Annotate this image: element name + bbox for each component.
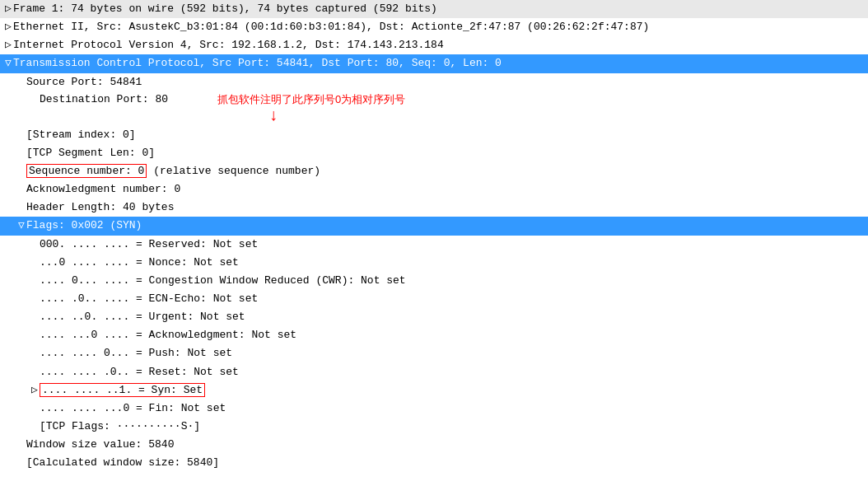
expander-push — [30, 345, 40, 362]
row-text-reserved: 000. .... .... = Reserved: Not set — [40, 238, 258, 250]
expander-src-port — [16, 74, 26, 91]
dst-port-text: Destination Port: 80 — [40, 93, 168, 105]
packet-tree: ▷ Frame 1: 74 bytes on wire (592 bits), … — [0, 0, 868, 472]
expander-tcp-seg-len — [16, 145, 26, 161]
packet-row-src-port[interactable]: Source Port: 54841 — [0, 73, 868, 91]
row-text-nonce: ...0 .... .... = Nonce: Not set — [40, 256, 239, 269]
expander-reset — [30, 364, 40, 381]
row-text-push: .... .... 0... = Push: Not set — [40, 347, 232, 359]
expander-tcp-flags — [30, 418, 40, 435]
packet-row-reserved[interactable]: 000. .... .... = Reserved: Not set — [0, 236, 868, 254]
packet-row-cwr[interactable]: .... 0... .... = Congestion Window Reduc… — [0, 272, 868, 290]
expander-stream-index — [16, 127, 26, 143]
row-text-ethernet: Ethernet II, Src: AsustekC_b3:01:84 (00:… — [13, 21, 649, 33]
dst-port-row-wrapper: Destination Port: 80抓包软件注明了此序列号0为相对序列号 — [0, 91, 868, 108]
row-text-ip: Internet Protocol Version 4, Src: 192.16… — [13, 39, 444, 51]
row-text-stream-index: [Stream index: 0] — [26, 129, 136, 141]
packet-row-ip[interactable]: ▷ Internet Protocol Version 4, Src: 192.… — [0, 36, 868, 54]
packet-row-calc-win[interactable]: [Calculated window size: 5840] — [0, 454, 868, 472]
expander-flags[interactable]: ▽ — [16, 217, 26, 234]
expander-reserved — [30, 236, 40, 253]
row-text-flags: Flags: 0x002 (SYN) — [26, 219, 142, 231]
expander-cwr — [30, 273, 40, 289]
expander-seq-num — [16, 163, 26, 180]
row-text-urgent: .... ..0. .... = Urgent: Not set — [40, 311, 245, 323]
expander-ack — [30, 327, 40, 343]
packet-row-ethernet[interactable]: ▷ Ethernet II, Src: AsustekC_b3:01:84 (0… — [0, 18, 868, 36]
expander-header-len — [16, 199, 26, 216]
expander-fin — [30, 400, 40, 417]
row-text-ack: .... ...0 .... = Acknowledgment: Not set — [40, 329, 296, 341]
packet-row-seq-num[interactable]: Sequence number: 0 (relative sequence nu… — [0, 162, 868, 180]
packet-row-ack[interactable]: .... ...0 .... = Acknowledgment: Not set — [0, 326, 868, 344]
packet-row-header-len[interactable]: Header Length: 40 bytes — [0, 199, 868, 217]
row-text-cwr: .... 0... .... = Congestion Window Reduc… — [40, 274, 406, 287]
packet-row-win-size[interactable]: Window size value: 5840 — [0, 436, 868, 454]
packet-row-stream-index[interactable]: [Stream index: 0] — [0, 126, 868, 144]
expander-ecn — [30, 291, 40, 307]
expander-calc-win — [16, 455, 26, 471]
expander-dst-port — [30, 93, 40, 105]
expander-ack-num — [16, 181, 26, 198]
expander-ip[interactable]: ▷ — [3, 37, 13, 54]
annotation-text: 抓包软件注明了此序列号0为相对序列号 — [217, 92, 405, 107]
row-text-ecn: .... .0.. .... = ECN-Echo: Not set — [40, 292, 258, 305]
row-text-calc-win: [Calculated window size: 5840] — [26, 456, 219, 469]
packet-row-tcp[interactable]: ▽ Transmission Control Protocol, Src Por… — [0, 54, 868, 72]
row-text-src-port: Source Port: 54841 — [26, 76, 142, 88]
row-text-header-len: Header Length: 40 bytes — [26, 201, 174, 213]
row-text-reset: .... .... .0.. = Reset: Not set — [40, 366, 239, 378]
expander-tcp[interactable]: ▽ — [3, 55, 13, 72]
packet-row-flags[interactable]: ▽ Flags: 0x002 (SYN) — [0, 217, 868, 235]
packet-row-ecn[interactable]: .... .0.. .... = ECN-Echo: Not set — [0, 290, 868, 308]
row-text-frame: Frame 1: 74 bytes on wire (592 bits), 74… — [13, 2, 437, 15]
row-text-win-size: Window size value: 5840 — [26, 438, 174, 451]
packet-row-nonce[interactable]: ...0 .... .... = Nonce: Not set — [0, 254, 868, 272]
packet-row-urgent[interactable]: .... ..0. .... = Urgent: Not set — [0, 308, 868, 326]
arrow-down-icon: ↓ — [268, 106, 278, 125]
seq-num-extra: (relative sequence number) — [147, 165, 320, 177]
expander-ethernet[interactable]: ▷ — [3, 19, 13, 35]
row-text-tcp-flags: [TCP Flags: ··········S·] — [40, 420, 200, 432]
expander-win-size — [16, 437, 26, 453]
packet-row-fin[interactable]: .... .... ...0 = Fin: Not set — [0, 400, 868, 418]
packet-row-tcp-seg-len[interactable]: [TCP Segment Len: 0] — [0, 144, 868, 162]
row-text-ack-num: Acknowledgment number: 0 — [26, 183, 180, 195]
packet-row-syn[interactable]: ▷ .... .... ..1. = Syn: Set — [0, 381, 868, 400]
expander-nonce — [30, 255, 40, 271]
packet-row-frame[interactable]: ▷ Frame 1: 74 bytes on wire (592 bits), … — [0, 0, 868, 18]
packet-row-ack-num[interactable]: Acknowledgment number: 0 — [0, 180, 868, 199]
syn-row-text: .... .... ..1. = Syn: Set — [40, 383, 205, 397]
expander-frame[interactable]: ▷ — [3, 1, 13, 17]
packet-row-push[interactable]: .... .... 0... = Push: Not set — [0, 344, 868, 362]
expander-syn[interactable]: ▷ — [30, 382, 40, 399]
seq-num-boxed: Sequence number: 0 — [26, 164, 147, 178]
annotation-arrow: ↓ — [0, 108, 868, 126]
row-text-fin: .... .... ...0 = Fin: Not set — [40, 402, 226, 414]
expander-urgent — [30, 309, 40, 325]
row-text-tcp: Transmission Control Protocol, Src Port:… — [13, 57, 502, 69]
packet-row-tcp-flags[interactable]: [TCP Flags: ··········S·] — [0, 418, 868, 436]
packet-row-reset[interactable]: .... .... .0.. = Reset: Not set — [0, 363, 868, 381]
row-text-tcp-seg-len: [TCP Segment Len: 0] — [26, 147, 155, 159]
